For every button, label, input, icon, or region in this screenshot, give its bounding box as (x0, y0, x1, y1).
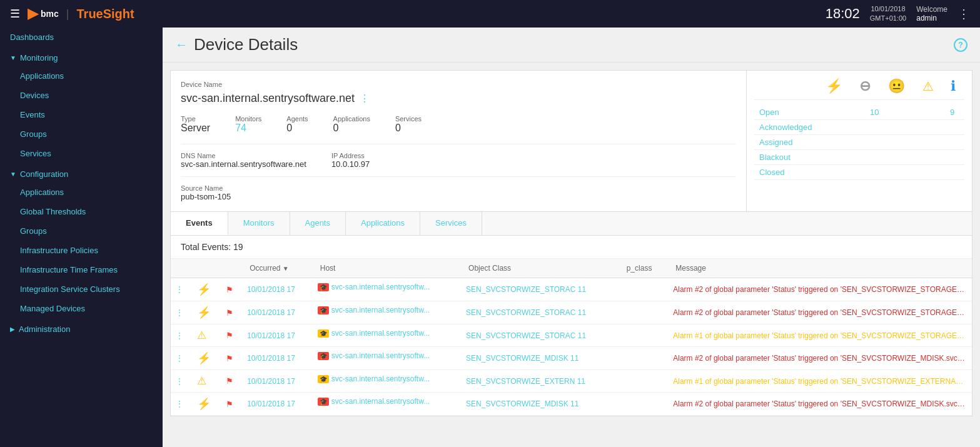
events-row-assigned: Assigned (754, 135, 964, 150)
sidebar-item-infrastructure-policies[interactable]: Infrastructure Policies (0, 241, 163, 260)
sidebar-item-managed-devices[interactable]: Managed Devices (0, 299, 163, 318)
sort-arrow-icon: ▼ (283, 265, 289, 272)
layout: Dashboards ▼ Monitoring Applications Dev… (0, 28, 980, 447)
sidebar-item-events[interactable]: Events (0, 105, 163, 124)
topnav-right: 18:02 10/01/2018GMT+01:00 Welcomeadmin ⋮ (826, 4, 970, 24)
host-link[interactable]: svc-san.internal.sentrysoftw... (331, 397, 430, 406)
row-flag[interactable]: ⚑ (221, 370, 242, 393)
host-cap-warning-icon: 🎓 (318, 329, 329, 338)
host-link[interactable]: svc-san.internal.sentrysoftw... (331, 283, 430, 291)
table-row: ⋮ ⚡ ⚑ 10/01/2018 17 🎓 svc-san.internal.s… (171, 393, 972, 416)
row-dots[interactable]: ⋮ (171, 393, 192, 416)
sidebar-section-administration[interactable]: ▶ Administration (0, 318, 163, 338)
sidebar-item-dashboards[interactable]: Dashboards (0, 28, 163, 47)
open-label[interactable]: Open (754, 105, 859, 120)
col-object-class: Object Class (461, 259, 619, 278)
row-dots[interactable]: ⋮ (171, 301, 192, 324)
host-link[interactable]: svc-san.internal.sentrysoftw... (331, 351, 430, 360)
device-type: Type Server (181, 115, 210, 134)
blackout-label[interactable]: Blackout (754, 150, 859, 165)
row-flag[interactable]: ⚑ (221, 278, 242, 301)
sidebar-item-groups-conf[interactable]: Groups (0, 221, 163, 241)
ip-address-item: IP Address 10.0.10.97 (331, 152, 370, 169)
row-host: 🎓 svc-san.internal.sentrysoftw... (313, 324, 461, 342)
agents-value: 0 (286, 123, 308, 134)
tab-applications[interactable]: Applications (346, 212, 420, 235)
type-label: Type (181, 115, 210, 123)
events-row-closed: Closed (754, 165, 964, 180)
hamburger-icon[interactable]: ☰ (10, 7, 20, 21)
row-severity: ⚡ (192, 278, 221, 301)
row-host: 🎓 svc-san.internal.sentrysoftw... (313, 347, 461, 364)
sidebar-item-services-mon[interactable]: Services (0, 144, 163, 163)
page-title: Device Details (194, 35, 298, 54)
row-pclass (619, 393, 669, 416)
row-dots[interactable]: ⋮ (171, 324, 192, 347)
assigned-label[interactable]: Assigned (754, 135, 859, 150)
row-dots[interactable]: ⋮ (171, 370, 192, 393)
neutral-icon: 😐 (888, 78, 905, 94)
minus-icon: ⊖ (859, 78, 871, 94)
topnav-menu-icon[interactable]: ⋮ (957, 6, 970, 21)
sidebar-item-applications-mon[interactable]: Applications (0, 66, 163, 86)
row-flag[interactable]: ⚑ (221, 393, 242, 416)
sidebar-item-devices[interactable]: Devices (0, 86, 163, 105)
open-neutral (907, 105, 924, 120)
sidebar-monitoring-label: Monitoring (20, 53, 58, 63)
username: admin (916, 14, 937, 23)
tab-events[interactable]: Events (171, 212, 228, 235)
table-row: ⋮ ⚡ ⚑ 10/01/2018 17 🎓 svc-san.internal.s… (171, 278, 972, 301)
row-flag[interactable]: ⚑ (221, 301, 242, 324)
sidebar-section-monitoring[interactable]: ▼ Monitoring (0, 47, 163, 66)
host-link[interactable]: svc-san.internal.sentrysoftw... (331, 329, 430, 338)
critical-severity-icon: ⚡ (197, 283, 211, 296)
tab-monitors[interactable]: Monitors (228, 212, 290, 235)
critical-severity-icon: ⚡ (197, 398, 211, 410)
device-name-label: Device Name (181, 81, 736, 88)
table-row: ⋮ ⚠ ⚑ 10/01/2018 17 🎓 svc-san.internal.s… (171, 324, 972, 347)
row-flag[interactable]: ⚑ (221, 324, 242, 347)
dns-label: DNS Name (181, 152, 306, 159)
row-dots[interactable]: ⋮ (171, 347, 192, 370)
ip-value: 10.0.10.97 (331, 159, 370, 169)
sidebar-item-global-thresholds[interactable]: Global Thresholds (0, 202, 163, 221)
col-flag (221, 259, 242, 278)
host-link[interactable]: svc-san.internal.sentrysoftw... (331, 306, 430, 314)
sidebar-item-groups-mon[interactable]: Groups (0, 124, 163, 144)
sidebar-administration-label: Administration (19, 324, 70, 334)
agents-label: Agents (286, 115, 308, 123)
col-occurred[interactable]: Occurred ▼ (242, 259, 313, 278)
row-pclass (619, 370, 669, 393)
row-pclass (619, 347, 669, 370)
acknowledged-label[interactable]: Acknowledged (754, 120, 859, 135)
sidebar-configuration-label: Configuration (20, 169, 68, 179)
row-occurred: 10/01/2018 17 (242, 347, 313, 370)
sidebar-section-configuration[interactable]: ▼ Configuration (0, 163, 163, 183)
row-host: 🎓 svc-san.internal.sentrysoftw... (313, 301, 461, 319)
events-data-section: Total Events: 19 Occurred ▼ Host Object … (170, 236, 972, 416)
closed-label[interactable]: Closed (754, 165, 859, 180)
row-severity: ⚡ (192, 393, 221, 416)
open-info: 9 (940, 105, 964, 120)
row-dots[interactable]: ⋮ (171, 278, 192, 301)
row-occurred: 10/01/2018 17 (242, 301, 313, 324)
date-display: 10/01/2018GMT+01:00 (870, 4, 906, 24)
tab-agents[interactable]: Agents (290, 212, 346, 235)
info-icon: ℹ (951, 78, 956, 94)
col-pclass: p_class (619, 259, 669, 278)
tab-services[interactable]: Services (420, 212, 482, 235)
device-menu-icon[interactable]: ⋮ (360, 93, 370, 104)
back-button[interactable]: ← (175, 38, 188, 52)
host-cap-icon: 🎓 (318, 283, 329, 291)
sidebar-item-integration-clusters[interactable]: Integration Service Clusters (0, 279, 163, 299)
help-icon[interactable]: ? (954, 38, 967, 52)
host-link[interactable]: svc-san.internal.sentrysoftw... (331, 374, 430, 383)
sidebar-item-infrastructure-timeframes[interactable]: Infrastructure Time Frames (0, 260, 163, 279)
row-flag[interactable]: ⚑ (221, 347, 242, 370)
sidebar-item-applications-conf[interactable]: Applications (0, 183, 163, 202)
host-cap-icon: 🎓 (318, 398, 329, 406)
clock-display: 18:02 (826, 6, 860, 22)
bmc-label: bmc (41, 9, 59, 19)
monitors-value: 74 (235, 123, 261, 134)
row-occurred: 10/01/2018 17 (242, 393, 313, 416)
